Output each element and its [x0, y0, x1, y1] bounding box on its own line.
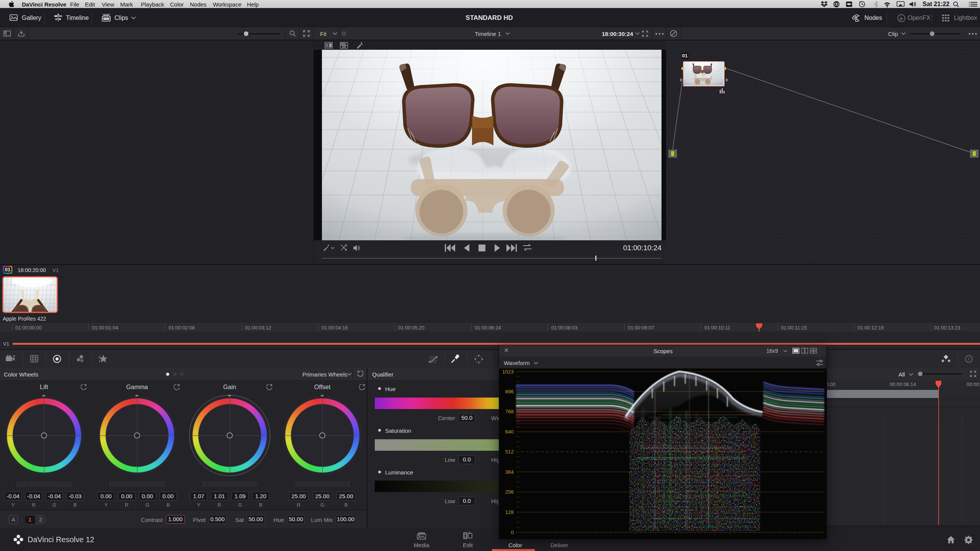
svg-text:768: 768: [505, 409, 514, 414]
svg-text:0: 0: [511, 530, 514, 535]
svg-text:512: 512: [505, 449, 514, 455]
svg-text:01: 01: [682, 53, 688, 59]
svg-text:256: 256: [505, 489, 514, 495]
svg-text:384: 384: [505, 469, 514, 475]
svg-text:1023: 1023: [502, 369, 514, 375]
svg-text:128: 128: [505, 509, 514, 515]
svg-text:fx: fx: [900, 16, 903, 21]
svg-text:896: 896: [505, 389, 514, 395]
svg-text:i: i: [968, 356, 969, 362]
svg-text:640: 640: [505, 429, 514, 435]
